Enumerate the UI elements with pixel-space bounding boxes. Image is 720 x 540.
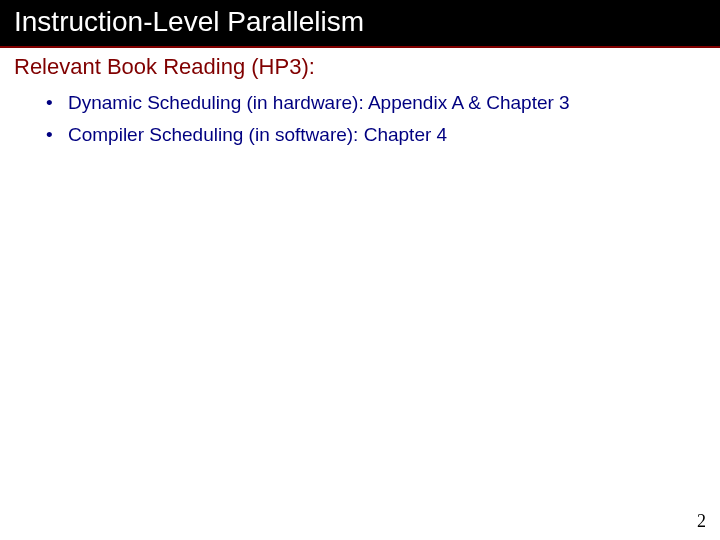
list-item: Dynamic Scheduling (in hardware): Append… — [46, 88, 706, 118]
slide-title: Instruction-Level Parallelism — [14, 6, 364, 37]
slide-title-bar: Instruction-Level Parallelism — [0, 0, 720, 46]
section-heading: Relevant Book Reading (HP3): — [14, 54, 706, 80]
bullet-list: Dynamic Scheduling (in hardware): Append… — [14, 88, 706, 151]
page-number: 2 — [697, 511, 706, 532]
list-item: Compiler Scheduling (in software): Chapt… — [46, 120, 706, 150]
slide-body: Relevant Book Reading (HP3): Dynamic Sch… — [0, 48, 720, 159]
